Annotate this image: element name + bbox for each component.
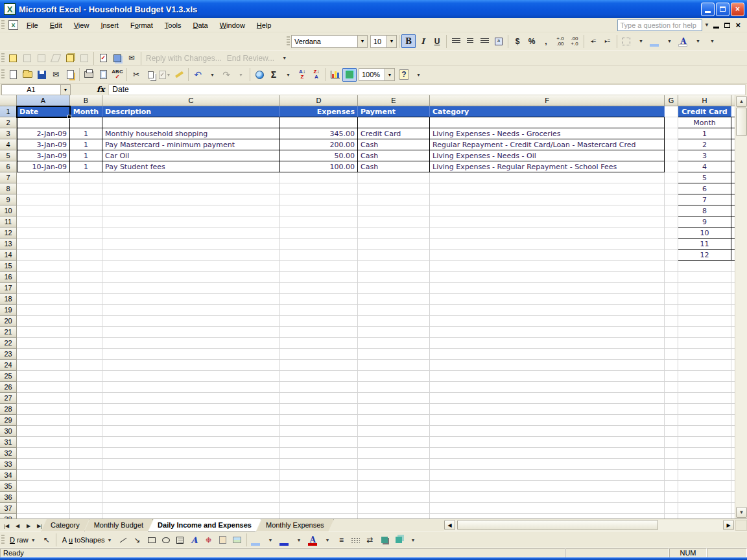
cell-E37[interactable]: [358, 503, 430, 514]
cell-F36[interactable]: [430, 492, 665, 503]
cell-D25[interactable]: [280, 371, 358, 382]
cell-F13[interactable]: [430, 239, 665, 250]
italic-button[interactable]: I: [416, 34, 430, 48]
row-header-30[interactable]: 30: [0, 426, 17, 437]
cell-D16[interactable]: [280, 272, 358, 283]
fill-color-button[interactable]: [648, 34, 662, 48]
cell-F31[interactable]: [430, 437, 665, 448]
font-name-combobox[interactable]: Verdana▼: [291, 35, 368, 48]
cell-B6[interactable]: 1: [70, 161, 102, 172]
column-header-F[interactable]: F: [430, 95, 665, 106]
cell-H17[interactable]: [678, 283, 731, 294]
toolbar-options-icon[interactable]: ▼: [406, 533, 420, 547]
cell-G4[interactable]: [665, 139, 678, 150]
cell-D31[interactable]: [280, 437, 358, 448]
cell-D33[interactable]: [280, 459, 358, 470]
row-header-9[interactable]: 9: [0, 194, 17, 205]
cell-H31[interactable]: [678, 437, 731, 448]
cell-E2[interactable]: [358, 117, 430, 128]
rectangle-icon[interactable]: [145, 533, 159, 547]
cell-F8[interactable]: [430, 183, 665, 194]
cell-E3[interactable]: Credit Card: [358, 128, 430, 139]
first-sheet-icon[interactable]: |◀: [1, 520, 12, 531]
spelling-icon[interactable]: ABC✓: [110, 68, 124, 82]
menu-item-insert[interactable]: Insert: [95, 19, 124, 31]
cell-D5[interactable]: 50.00: [280, 150, 358, 161]
cell-C28[interactable]: [102, 404, 280, 415]
cell-A9[interactable]: [17, 194, 70, 205]
diagram-icon[interactable]: ❉: [202, 533, 216, 547]
row-header-26[interactable]: 26: [0, 382, 17, 393]
cell-B17[interactable]: [70, 283, 102, 294]
cell-H28[interactable]: [678, 404, 731, 415]
cell-E24[interactable]: [358, 360, 430, 371]
cell-H24[interactable]: [678, 360, 731, 371]
document-close-icon[interactable]: ×: [735, 20, 741, 30]
cell-G5[interactable]: [665, 150, 678, 161]
cell-B19[interactable]: [70, 305, 102, 316]
cell-A6[interactable]: 10-Jan-09: [17, 161, 70, 172]
cell-D32[interactable]: [280, 448, 358, 459]
cell-D22[interactable]: [280, 338, 358, 349]
cell-G24[interactable]: [665, 360, 678, 371]
autoshapes-menu-button[interactable]: AutoShapes ▼: [58, 534, 116, 546]
row-header-18[interactable]: 18: [0, 294, 17, 305]
cell-B1[interactable]: Month: [70, 106, 102, 117]
restore-button[interactable]: [716, 3, 729, 16]
formula-input[interactable]: Date: [108, 84, 746, 95]
underline-button[interactable]: U: [430, 34, 444, 48]
cell-C11[interactable]: [102, 216, 280, 228]
currency-button[interactable]: $: [510, 34, 525, 48]
3d-style-icon[interactable]: [392, 533, 406, 547]
row-header-29[interactable]: 29: [0, 415, 17, 426]
row-header-13[interactable]: 13: [0, 239, 17, 250]
cell-C1[interactable]: Description: [102, 106, 280, 117]
sheet-tab-monthly-budget[interactable]: Monthly Budget: [84, 519, 153, 532]
cell-H11[interactable]: 9: [678, 216, 731, 228]
autosum-icon[interactable]: Σ: [267, 68, 281, 82]
cell-C30[interactable]: [102, 426, 280, 437]
cell-B20[interactable]: [70, 316, 102, 327]
cell-D35[interactable]: [280, 481, 358, 492]
undo-icon[interactable]: ↶: [191, 68, 205, 82]
row-header-35[interactable]: 35: [0, 481, 17, 492]
cell-C29[interactable]: [102, 415, 280, 426]
sort-ascending-icon[interactable]: A↓Z: [295, 68, 309, 82]
cell-G28[interactable]: [665, 404, 678, 415]
cell-E17[interactable]: [358, 283, 430, 294]
row-header-37[interactable]: 37: [0, 503, 17, 514]
cell-C23[interactable]: [102, 349, 280, 360]
cell-H16[interactable]: [678, 272, 731, 283]
cell-H36[interactable]: [678, 492, 731, 503]
arrow-style-icon[interactable]: ⇄: [363, 533, 377, 547]
cell-D15[interactable]: [280, 261, 358, 272]
cell-A35[interactable]: [17, 481, 70, 492]
font-color-dropdown-icon[interactable]: ▼: [691, 34, 705, 48]
cell-B23[interactable]: [70, 349, 102, 360]
cell-D13[interactable]: [280, 239, 358, 250]
cell-F22[interactable]: [430, 338, 665, 349]
menu-item-edit[interactable]: Edit: [44, 19, 68, 31]
cell-A18[interactable]: [17, 294, 70, 305]
cell-F11[interactable]: [430, 216, 665, 228]
cell-F5[interactable]: Living Expenses - Needs - Oil: [430, 150, 665, 161]
cell-F27[interactable]: [430, 393, 665, 404]
cell-G7[interactable]: [665, 172, 678, 183]
cell-G17[interactable]: [665, 283, 678, 294]
text-box-icon[interactable]: [173, 533, 187, 547]
cell-C36[interactable]: [102, 492, 280, 503]
print-preview-icon[interactable]: [96, 68, 110, 82]
scroll-down-icon[interactable]: ▼: [736, 507, 747, 518]
cell-H32[interactable]: [678, 448, 731, 459]
horizontal-scroll-thumb[interactable]: [457, 520, 658, 530]
align-right-button[interactable]: [477, 34, 492, 48]
cell-D37[interactable]: [280, 503, 358, 514]
name-box[interactable]: A1: [1, 84, 61, 95]
cell-G11[interactable]: [665, 216, 678, 228]
cell-A30[interactable]: [17, 426, 70, 437]
increase-decimal-button[interactable]: +.0.00: [553, 34, 567, 48]
horizontal-scrollbar[interactable]: ◀ ▶: [444, 520, 735, 531]
column-header-E[interactable]: E: [358, 95, 430, 106]
cell-E27[interactable]: [358, 393, 430, 404]
cell-A28[interactable]: [17, 404, 70, 415]
